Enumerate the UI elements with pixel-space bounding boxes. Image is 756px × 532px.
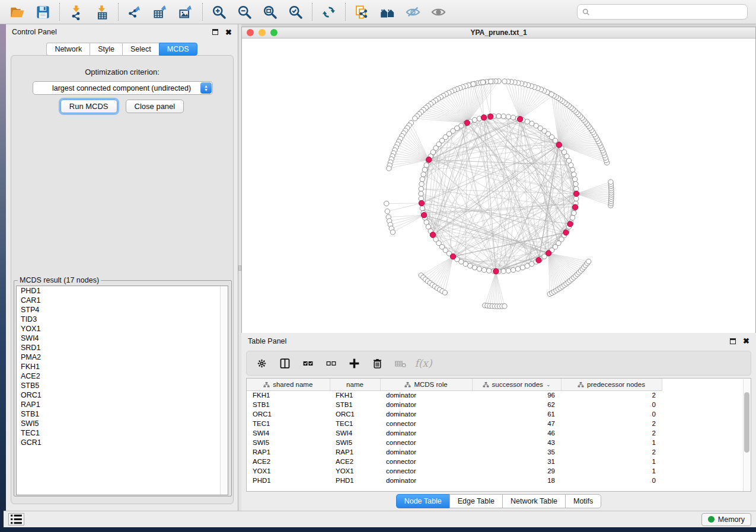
tab-network-table[interactable]: Network Table xyxy=(502,494,565,508)
mcds-node-item[interactable]: SRD1 xyxy=(17,343,228,352)
network-node[interactable] xyxy=(481,267,486,272)
network-node[interactable] xyxy=(506,268,511,273)
cell-predecessors[interactable]: 2 xyxy=(561,428,662,438)
window-maximize-icon[interactable] xyxy=(270,29,277,36)
column-header-successor-nodes[interactable]: successor nodes⌄ xyxy=(472,379,561,390)
cell-successors[interactable]: 29 xyxy=(472,466,561,476)
table-row[interactable]: FKH1FKH1dominator962 xyxy=(247,390,662,400)
network-hub-node[interactable] xyxy=(517,116,522,121)
tab-style[interactable]: Style xyxy=(90,43,122,56)
table-scrollbar-thumb[interactable] xyxy=(744,392,749,453)
network-node[interactable] xyxy=(384,201,389,206)
cell-shared_name[interactable]: YOX1 xyxy=(247,466,330,476)
network-node[interactable] xyxy=(549,92,554,97)
task-history-button[interactable] xyxy=(8,513,24,525)
cell-shared_name[interactable]: ACE2 xyxy=(247,457,330,466)
cell-shared_name[interactable]: PHD1 xyxy=(247,476,330,485)
table-row[interactable]: YOX1YOX1connector291 xyxy=(247,466,662,476)
cell-shared_name[interactable]: STB1 xyxy=(247,400,330,409)
toolbar-button-open-session[interactable] xyxy=(5,2,30,22)
table-float-icon[interactable] xyxy=(730,338,736,344)
cell-mcds_role[interactable]: dominator xyxy=(380,409,472,419)
network-hub-node[interactable] xyxy=(430,232,435,238)
toolbar-button-zoom-out[interactable] xyxy=(232,2,257,22)
network-node[interactable] xyxy=(506,114,511,119)
tab-select[interactable]: Select xyxy=(122,43,159,56)
network-node[interactable] xyxy=(477,267,481,271)
mcds-node-item[interactable]: SWI4 xyxy=(17,334,228,343)
cell-name[interactable]: ACE2 xyxy=(330,457,380,466)
cell-mcds_role[interactable]: dominator xyxy=(380,400,472,409)
network-node[interactable] xyxy=(502,79,507,84)
mcds-node-item[interactable]: TEC1 xyxy=(17,428,228,438)
tab-network[interactable]: Network xyxy=(46,43,90,56)
network-node[interactable] xyxy=(489,79,493,84)
mcds-result-list[interactable]: PHD1CAR1STP4TID3YOX1SWI4SRD1PMA2FKH1ACE2… xyxy=(16,286,228,495)
tab-edge-table[interactable]: Edge Table xyxy=(449,494,502,508)
cell-predecessors[interactable]: 2 xyxy=(561,390,662,400)
cell-name[interactable]: PHD1 xyxy=(330,476,380,485)
cell-successors[interactable]: 47 xyxy=(472,419,561,428)
network-node[interactable] xyxy=(570,215,575,220)
cell-predecessors[interactable]: 1 xyxy=(561,466,662,476)
mcds-node-item[interactable]: STB1 xyxy=(17,409,228,419)
cell-successors[interactable]: 62 xyxy=(472,400,561,409)
cell-shared_name[interactable]: SWI5 xyxy=(247,438,330,447)
network-node[interactable] xyxy=(413,116,417,121)
optimization-select[interactable]: largest connected component (undirected)… xyxy=(33,81,213,95)
cell-successors[interactable]: 61 xyxy=(472,409,561,419)
network-node[interactable] xyxy=(472,117,477,122)
tab-mcds[interactable]: MCDS xyxy=(159,43,197,56)
table-toolbar-gear-button[interactable] xyxy=(253,354,270,372)
column-header-name[interactable]: name xyxy=(330,379,380,390)
mcds-node-item[interactable]: ACE2 xyxy=(17,371,228,381)
network-node[interactable] xyxy=(468,264,473,268)
table-row[interactable]: RAP1RAP1dominator352 xyxy=(247,447,662,457)
cell-shared_name[interactable]: ORC1 xyxy=(247,409,330,419)
network-node[interactable] xyxy=(390,230,395,235)
search-input[interactable] xyxy=(593,8,742,16)
cell-mcds_role[interactable]: connector xyxy=(380,466,472,476)
cell-successors[interactable]: 18 xyxy=(472,476,561,485)
network-node[interactable] xyxy=(419,191,423,196)
network-hub-node[interactable] xyxy=(556,142,562,148)
network-view[interactable] xyxy=(242,39,755,355)
float-panel-icon[interactable] xyxy=(212,29,218,35)
mcds-node-item[interactable]: PMA2 xyxy=(17,352,228,362)
mcds-node-item[interactable]: RAP1 xyxy=(17,400,228,409)
table-row[interactable]: SWI4SWI4dominator462 xyxy=(247,428,662,438)
network-node[interactable] xyxy=(422,167,427,172)
tab-motifs[interactable]: Motifs xyxy=(565,494,601,508)
mcds-node-item[interactable]: GCR1 xyxy=(17,438,228,447)
network-node[interactable] xyxy=(502,304,507,309)
tab-node-table[interactable]: Node Table xyxy=(396,494,449,508)
network-hub-node[interactable] xyxy=(419,200,424,206)
network-node[interactable] xyxy=(608,180,613,184)
network-hub-node[interactable] xyxy=(563,230,569,235)
network-hub-node[interactable] xyxy=(488,114,493,119)
cell-predecessors[interactable]: 0 xyxy=(561,400,662,409)
close-panel-button[interactable]: Close panel xyxy=(126,100,184,113)
table-row[interactable]: ORC1ORC1dominator610 xyxy=(247,409,662,419)
close-panel-icon[interactable]: ✖ xyxy=(225,28,232,37)
network-hub-node[interactable] xyxy=(567,221,573,226)
cell-name[interactable]: RAP1 xyxy=(330,447,380,457)
network-node[interactable] xyxy=(520,265,525,270)
cell-successors[interactable]: 31 xyxy=(472,457,561,466)
network-node[interactable] xyxy=(511,267,515,272)
cell-predecessors[interactable]: 2 xyxy=(561,447,662,457)
network-node[interactable] xyxy=(471,82,476,86)
table-row[interactable]: ACE2ACE2connector311 xyxy=(247,457,662,466)
toolbar-button-import-network[interactable] xyxy=(63,2,89,22)
network-node[interactable] xyxy=(419,187,423,191)
mcds-list-scrollbar[interactable] xyxy=(220,286,228,495)
toolbar-button-save-session[interactable] xyxy=(30,2,56,22)
cell-predecessors[interactable]: 1 xyxy=(561,457,662,466)
network-node[interactable] xyxy=(387,166,391,171)
table-scrollbar[interactable] xyxy=(743,379,750,492)
toolbar-button-zoom-selected[interactable] xyxy=(283,2,308,22)
table-toolbar-deselect-all-button[interactable] xyxy=(322,354,340,372)
cell-successors[interactable]: 46 xyxy=(472,428,561,438)
window-close-icon[interactable] xyxy=(247,29,254,36)
cell-name[interactable]: FKH1 xyxy=(330,390,380,400)
